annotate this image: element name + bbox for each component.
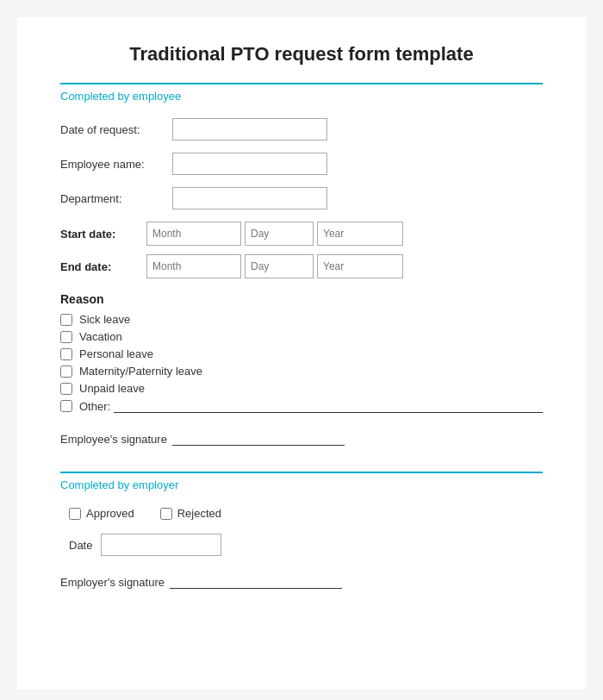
reason-unpaid-leave: Unpaid leave (60, 382, 543, 395)
employee-signature-row: Employee's signature (60, 430, 543, 446)
approved-checkbox[interactable] (69, 508, 81, 520)
start-month-input[interactable] (146, 222, 241, 246)
employer-signature-row: Employer's signature (60, 573, 543, 589)
employee-signature-line (172, 430, 345, 446)
employer-section-header: Completed by employer (60, 472, 543, 491)
department-input[interactable] (172, 187, 327, 209)
vacation-checkbox[interactable] (60, 331, 72, 343)
date-of-request-label: Date of request: (60, 123, 172, 136)
end-date-label: End date: (60, 260, 146, 273)
maternity-leave-checkbox[interactable] (60, 366, 72, 378)
employee-signature-label: Employee's signature (60, 433, 167, 446)
employee-name-row: Employee name: (60, 153, 543, 175)
reason-sick-leave: Sick leave (60, 313, 543, 326)
start-day-input[interactable] (245, 222, 314, 246)
end-year-input[interactable] (317, 254, 403, 278)
other-input[interactable] (114, 399, 543, 413)
end-day-input[interactable] (245, 254, 314, 278)
end-month-input[interactable] (146, 254, 241, 278)
personal-leave-checkbox[interactable] (60, 348, 72, 360)
reason-vacation: Vacation (60, 330, 543, 343)
reason-section: Reason Sick leave Vacation Personal leav… (60, 292, 543, 413)
employee-section-header: Completed by employee (60, 83, 543, 103)
employer-date-row: Date (69, 534, 543, 556)
end-date-row: End date: (60, 254, 543, 278)
vacation-label: Vacation (79, 330, 122, 343)
employer-signature-label: Employer's signature (60, 576, 165, 589)
employer-signature-line (170, 573, 342, 589)
start-date-label: Start date: (60, 228, 146, 241)
start-date-row: Start date: (60, 222, 543, 246)
employee-name-label: Employee name: (60, 158, 172, 171)
maternity-leave-label: Maternity/Paternity leave (79, 365, 202, 378)
other-checkbox[interactable] (60, 400, 72, 412)
employer-date-label: Date (69, 539, 92, 552)
employer-section: Completed by employer Approved Rejected … (60, 472, 543, 589)
sick-leave-label: Sick leave (79, 313, 130, 326)
employer-date-input[interactable] (101, 534, 221, 556)
rejected-label: Rejected (177, 507, 221, 520)
department-label: Department: (60, 192, 172, 205)
reason-title: Reason (60, 292, 543, 306)
start-date-group (146, 222, 403, 246)
page-title: Traditional PTO request form template (60, 43, 543, 66)
employee-name-input[interactable] (172, 153, 327, 175)
start-year-input[interactable] (317, 222, 403, 246)
personal-leave-label: Personal leave (79, 347, 153, 360)
sick-leave-checkbox[interactable] (60, 314, 72, 326)
approved-item: Approved (69, 507, 134, 520)
approved-label: Approved (86, 507, 134, 520)
date-of-request-row: Date of request: (60, 118, 543, 141)
reason-maternity-leave: Maternity/Paternity leave (60, 365, 543, 378)
reason-personal-leave: Personal leave (60, 347, 543, 360)
other-label: Other: (79, 400, 110, 413)
date-of-request-input[interactable] (172, 118, 327, 141)
rejected-checkbox[interactable] (160, 508, 172, 520)
department-row: Department: (60, 187, 543, 209)
form-page: Traditional PTO request form template Co… (17, 17, 586, 690)
reason-other: Other: (60, 399, 543, 413)
unpaid-leave-label: Unpaid leave (79, 382, 145, 395)
approve-reject-row: Approved Rejected (69, 507, 543, 520)
unpaid-leave-checkbox[interactable] (60, 383, 72, 395)
rejected-item: Rejected (160, 507, 221, 520)
end-date-group (146, 254, 403, 278)
